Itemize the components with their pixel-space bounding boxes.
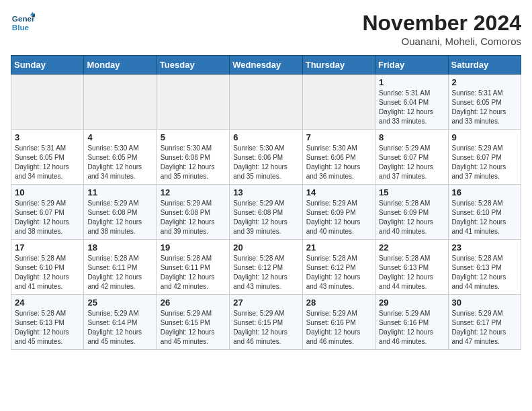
calendar-cell: [157, 75, 229, 130]
calendar-cell: 12Sunrise: 5:29 AM Sunset: 6:08 PM Dayli…: [157, 185, 229, 240]
day-info: Sunrise: 5:29 AM Sunset: 6:08 PM Dayligh…: [87, 199, 152, 236]
weekday-header-tuesday: Tuesday: [157, 56, 229, 75]
calendar-cell: 23Sunrise: 5:28 AM Sunset: 6:13 PM Dayli…: [448, 240, 521, 295]
day-number: 9: [452, 132, 517, 142]
day-info: Sunrise: 5:28 AM Sunset: 6:10 PM Dayligh…: [15, 254, 80, 291]
day-number: 6: [233, 132, 298, 142]
calendar-cell: 28Sunrise: 5:29 AM Sunset: 6:16 PM Dayli…: [302, 295, 375, 350]
day-info: Sunrise: 5:31 AM Sunset: 6:04 PM Dayligh…: [379, 89, 444, 126]
day-info: Sunrise: 5:30 AM Sunset: 6:06 PM Dayligh…: [306, 144, 371, 181]
day-number: 4: [87, 132, 152, 142]
calendar-cell: 29Sunrise: 5:29 AM Sunset: 6:16 PM Dayli…: [375, 295, 448, 350]
logo: General Blue: [11, 11, 35, 35]
day-info: Sunrise: 5:28 AM Sunset: 6:12 PM Dayligh…: [233, 254, 298, 291]
title-area: November 2024 Ouanani, Moheli, Comoros: [362, 11, 521, 47]
day-number: 19: [161, 242, 226, 253]
calendar-cell: 27Sunrise: 5:29 AM Sunset: 6:15 PM Dayli…: [230, 295, 302, 350]
calendar-subtitle: Ouanani, Moheli, Comoros: [362, 36, 521, 47]
calendar-cell: 13Sunrise: 5:29 AM Sunset: 6:08 PM Dayli…: [230, 185, 302, 240]
day-info: Sunrise: 5:30 AM Sunset: 6:05 PM Dayligh…: [87, 144, 152, 181]
day-info: Sunrise: 5:29 AM Sunset: 6:09 PM Dayligh…: [306, 199, 371, 236]
day-number: 2: [452, 77, 517, 87]
day-number: 8: [379, 132, 444, 142]
calendar-week-row: 24Sunrise: 5:28 AM Sunset: 6:13 PM Dayli…: [11, 295, 521, 350]
calendar-cell: 15Sunrise: 5:28 AM Sunset: 6:09 PM Dayli…: [375, 185, 448, 240]
calendar-cell: 2Sunrise: 5:31 AM Sunset: 6:05 PM Daylig…: [448, 75, 521, 130]
calendar-week-row: 1Sunrise: 5:31 AM Sunset: 6:04 PM Daylig…: [11, 75, 521, 130]
calendar-cell: [302, 75, 375, 130]
weekday-header-saturday: Saturday: [448, 56, 521, 75]
calendar-week-row: 10Sunrise: 5:29 AM Sunset: 6:07 PM Dayli…: [11, 185, 521, 240]
day-number: 26: [161, 298, 226, 308]
calendar-cell: 22Sunrise: 5:28 AM Sunset: 6:13 PM Dayli…: [375, 240, 448, 295]
calendar-cell: 17Sunrise: 5:28 AM Sunset: 6:10 PM Dayli…: [11, 240, 84, 295]
day-number: 20: [233, 242, 298, 253]
day-info: Sunrise: 5:28 AM Sunset: 6:13 PM Dayligh…: [452, 254, 517, 291]
calendar-cell: 7Sunrise: 5:30 AM Sunset: 6:06 PM Daylig…: [302, 130, 375, 185]
header: General Blue November 2024 Ouanani, Mohe…: [11, 11, 521, 47]
day-info: Sunrise: 5:28 AM Sunset: 6:12 PM Dayligh…: [306, 254, 371, 291]
calendar-header: SundayMondayTuesdayWednesdayThursdayFrid…: [11, 56, 521, 75]
calendar-title: November 2024: [362, 11, 521, 36]
day-info: Sunrise: 5:28 AM Sunset: 6:13 PM Dayligh…: [15, 309, 80, 347]
day-info: Sunrise: 5:28 AM Sunset: 6:13 PM Dayligh…: [379, 254, 444, 291]
day-number: 10: [15, 187, 80, 197]
weekday-header-thursday: Thursday: [302, 56, 375, 75]
weekday-header-sunday: Sunday: [11, 56, 84, 75]
day-info: Sunrise: 5:29 AM Sunset: 6:16 PM Dayligh…: [306, 309, 371, 347]
day-number: 27: [233, 298, 298, 308]
day-number: 12: [161, 187, 226, 197]
day-number: 23: [452, 242, 517, 253]
calendar-cell: 5Sunrise: 5:30 AM Sunset: 6:06 PM Daylig…: [157, 130, 229, 185]
day-info: Sunrise: 5:29 AM Sunset: 6:08 PM Dayligh…: [161, 199, 226, 236]
calendar-cell: 11Sunrise: 5:29 AM Sunset: 6:08 PM Dayli…: [84, 185, 157, 240]
calendar-cell: 10Sunrise: 5:29 AM Sunset: 6:07 PM Dayli…: [11, 185, 84, 240]
weekday-header-monday: Monday: [84, 56, 157, 75]
calendar-cell: [84, 75, 157, 130]
day-number: 21: [306, 242, 371, 253]
day-number: 5: [161, 132, 226, 142]
calendar-body: 1Sunrise: 5:31 AM Sunset: 6:04 PM Daylig…: [11, 75, 521, 350]
day-info: Sunrise: 5:29 AM Sunset: 6:07 PM Dayligh…: [15, 199, 80, 236]
day-number: 29: [379, 298, 444, 308]
day-info: Sunrise: 5:29 AM Sunset: 6:14 PM Dayligh…: [87, 309, 152, 347]
day-info: Sunrise: 5:28 AM Sunset: 6:11 PM Dayligh…: [161, 254, 226, 291]
day-number: 7: [306, 132, 371, 142]
calendar-week-row: 3Sunrise: 5:31 AM Sunset: 6:05 PM Daylig…: [11, 130, 521, 185]
calendar-cell: [230, 75, 302, 130]
calendar-cell: 25Sunrise: 5:29 AM Sunset: 6:14 PM Dayli…: [84, 295, 157, 350]
day-number: 16: [452, 187, 517, 197]
day-number: 11: [87, 187, 152, 197]
day-number: 15: [379, 187, 444, 197]
day-number: 3: [15, 132, 80, 142]
weekday-header-wednesday: Wednesday: [230, 56, 302, 75]
day-number: 28: [306, 298, 371, 308]
day-info: Sunrise: 5:29 AM Sunset: 6:17 PM Dayligh…: [452, 309, 517, 347]
day-number: 14: [306, 187, 371, 197]
calendar-cell: 4Sunrise: 5:30 AM Sunset: 6:05 PM Daylig…: [84, 130, 157, 185]
day-number: 1: [379, 77, 444, 87]
calendar-cell: 8Sunrise: 5:29 AM Sunset: 6:07 PM Daylig…: [375, 130, 448, 185]
day-info: Sunrise: 5:30 AM Sunset: 6:06 PM Dayligh…: [233, 144, 298, 181]
calendar-cell: 16Sunrise: 5:28 AM Sunset: 6:10 PM Dayli…: [448, 185, 521, 240]
calendar-cell: 6Sunrise: 5:30 AM Sunset: 6:06 PM Daylig…: [230, 130, 302, 185]
day-info: Sunrise: 5:31 AM Sunset: 6:05 PM Dayligh…: [15, 144, 80, 181]
day-info: Sunrise: 5:28 AM Sunset: 6:11 PM Dayligh…: [87, 254, 152, 291]
day-number: 22: [379, 242, 444, 253]
calendar-cell: 1Sunrise: 5:31 AM Sunset: 6:04 PM Daylig…: [375, 75, 448, 130]
day-info: Sunrise: 5:29 AM Sunset: 6:15 PM Dayligh…: [161, 309, 226, 347]
day-info: Sunrise: 5:28 AM Sunset: 6:10 PM Dayligh…: [452, 199, 517, 236]
calendar-cell: 20Sunrise: 5:28 AM Sunset: 6:12 PM Dayli…: [230, 240, 302, 295]
logo-icon: General Blue: [11, 11, 35, 35]
calendar-cell: 18Sunrise: 5:28 AM Sunset: 6:11 PM Dayli…: [84, 240, 157, 295]
calendar-cell: 24Sunrise: 5:28 AM Sunset: 6:13 PM Dayli…: [11, 295, 84, 350]
day-number: 24: [15, 298, 80, 308]
day-info: Sunrise: 5:29 AM Sunset: 6:16 PM Dayligh…: [379, 309, 444, 347]
calendar-cell: 21Sunrise: 5:28 AM Sunset: 6:12 PM Dayli…: [302, 240, 375, 295]
svg-text:Blue: Blue: [12, 23, 30, 32]
day-number: 18: [87, 242, 152, 253]
calendar-table: SundayMondayTuesdayWednesdayThursdayFrid…: [11, 55, 521, 350]
day-info: Sunrise: 5:29 AM Sunset: 6:07 PM Dayligh…: [379, 144, 444, 181]
day-info: Sunrise: 5:31 AM Sunset: 6:05 PM Dayligh…: [452, 89, 517, 126]
calendar-cell: 14Sunrise: 5:29 AM Sunset: 6:09 PM Dayli…: [302, 185, 375, 240]
